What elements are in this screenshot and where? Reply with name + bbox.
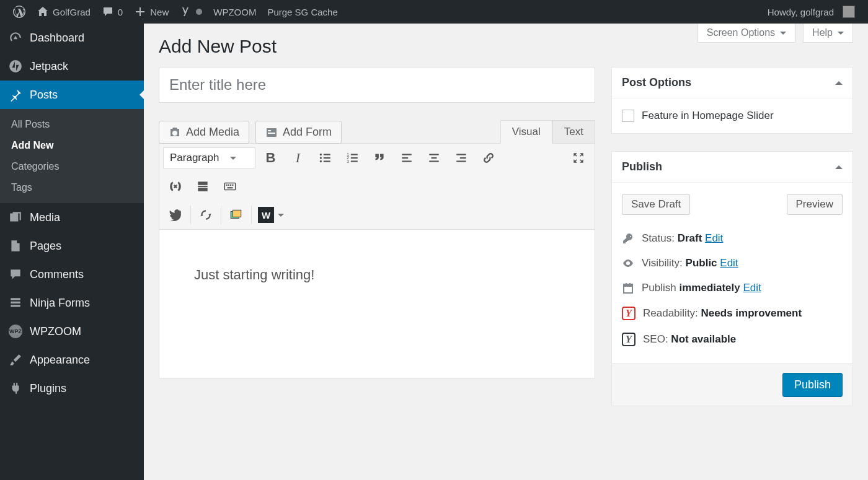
sidebar-item-label: Jetpack [30, 60, 68, 73]
twitter-button[interactable] [163, 203, 188, 227]
preview-button[interactable]: Preview [787, 194, 843, 215]
sidebar-item-label: Plugins [30, 382, 66, 395]
svg-rect-35 [233, 210, 241, 217]
insert-read-more-button[interactable] [190, 175, 215, 198]
tab-text[interactable]: Text [552, 120, 595, 144]
help-button[interactable]: Help [803, 24, 853, 43]
sidebar-item-posts[interactable]: Posts [0, 81, 144, 109]
svg-rect-9 [324, 160, 330, 162]
checkbox-label: Feature in Homepage Slider [642, 110, 774, 122]
submenu-categories[interactable]: Categories [0, 156, 144, 177]
avatar-icon [843, 6, 855, 18]
numbered-list-button[interactable]: 123 [340, 146, 365, 170]
svg-rect-27 [198, 188, 207, 191]
svg-rect-23 [460, 157, 466, 159]
home-icon [37, 6, 49, 18]
submenu-add-new[interactable]: Add New [0, 135, 144, 156]
eye-icon [622, 257, 634, 269]
submenu-all-posts[interactable]: All Posts [0, 114, 144, 135]
page-icon [9, 239, 22, 253]
format-select[interactable]: Paragraph [163, 147, 255, 168]
align-center-button[interactable] [422, 146, 446, 170]
sidebar-item-label: WPZOOM [30, 325, 81, 338]
key-icon [622, 232, 634, 245]
post-title-input[interactable] [159, 67, 595, 103]
calendar-icon [622, 282, 634, 294]
post-content-editor[interactable]: Just starting writing! [159, 230, 595, 378]
sidebar-item-dashboard[interactable]: Dashboard [0, 24, 144, 52]
sidebar-item-media[interactable]: Media [0, 203, 144, 232]
new-link[interactable]: New [128, 0, 174, 24]
align-right-button[interactable] [449, 146, 474, 170]
sidebar-item-plugins[interactable]: Plugins [0, 374, 144, 403]
comments-link[interactable]: 0 [96, 0, 128, 24]
wordpress-icon [13, 6, 25, 18]
publish-button[interactable]: Publish [782, 373, 843, 397]
sidebar-item-label: Pages [30, 240, 61, 253]
svg-rect-33 [228, 187, 233, 188]
yoast-seo-icon: Y [622, 333, 636, 346]
blockquote-button[interactable] [367, 146, 392, 170]
screen-options-button[interactable]: Screen Options [698, 24, 795, 43]
feature-checkbox[interactable]: Feature in Homepage Slider [622, 110, 843, 122]
comments-count: 0 [118, 7, 123, 17]
site-link[interactable]: GolfGrad [31, 0, 96, 24]
yoast-link[interactable] [174, 0, 208, 24]
wpzoom-link[interactable]: WPZOOM [208, 0, 262, 24]
keyboard-button[interactable] [218, 175, 242, 198]
svg-rect-37 [624, 284, 632, 287]
box-title: Publish [622, 160, 662, 173]
svg-rect-3 [268, 133, 275, 134]
add-form-button[interactable]: Add Form [255, 121, 342, 144]
svg-point-8 [320, 160, 322, 162]
wp-logo[interactable] [7, 0, 31, 24]
save-draft-button[interactable]: Save Draft [622, 194, 690, 215]
howdy-user[interactable]: Howdy, golfgrad [762, 0, 861, 24]
jetpack-icon [9, 59, 22, 73]
new-label: New [150, 7, 169, 17]
post-options-header[interactable]: Post Options [612, 68, 852, 98]
status-dot-icon [196, 9, 202, 15]
edit-status-link[interactable]: Edit [705, 232, 723, 244]
italic-button[interactable]: I [285, 146, 310, 170]
sidebar-item-ninja[interactable]: Ninja Forms [0, 289, 144, 317]
bullet-list-button[interactable] [312, 146, 337, 170]
bold-button[interactable]: B [258, 146, 283, 170]
svg-rect-38 [626, 283, 627, 286]
chevron-up-icon [835, 162, 843, 169]
svg-rect-18 [402, 160, 412, 162]
sidebar-item-jetpack[interactable]: Jetpack [0, 52, 144, 81]
align-left-button[interactable] [394, 146, 419, 170]
form-icon [9, 296, 22, 310]
sidebar-item-wpzoom[interactable]: WPZ WPZOOM [0, 317, 144, 346]
sidebar-item-label: Media [30, 211, 60, 224]
purge-cache-link[interactable]: Purge SG Cache [262, 0, 343, 24]
svg-rect-2 [268, 130, 271, 131]
svg-rect-32 [232, 185, 233, 186]
shortcode-button[interactable] [163, 175, 188, 198]
link-button[interactable] [476, 146, 501, 170]
submenu-tags[interactable]: Tags [0, 177, 144, 198]
edit-visibility-link[interactable]: Edit [720, 257, 738, 269]
gallery-button[interactable] [224, 203, 249, 227]
sidebar-item-comments[interactable]: Comments [0, 260, 144, 289]
yoast-readability-icon: Y [622, 307, 636, 320]
edit-schedule-link[interactable]: Edit [743, 282, 761, 294]
pin-icon [9, 88, 22, 102]
svg-rect-21 [430, 160, 439, 162]
refresh-button[interactable] [193, 203, 218, 227]
w-button[interactable]: W [254, 203, 288, 227]
tab-visual[interactable]: Visual [500, 120, 552, 144]
svg-point-4 [320, 154, 322, 155]
box-title: Post Options [622, 76, 691, 89]
sidebar-item-pages[interactable]: Pages [0, 232, 144, 260]
add-media-button[interactable]: Add Media [159, 121, 249, 144]
camera-icon [169, 126, 181, 139]
publish-header[interactable]: Publish [612, 152, 852, 183]
fullscreen-button[interactable] [566, 146, 591, 170]
seo-row: Y SEO: Not available [622, 326, 843, 352]
form-icon [265, 126, 278, 139]
sidebar-item-appearance[interactable]: Appearance [0, 346, 144, 374]
svg-rect-11 [351, 154, 358, 155]
schedule-row: Publish immediately Edit [622, 276, 843, 300]
